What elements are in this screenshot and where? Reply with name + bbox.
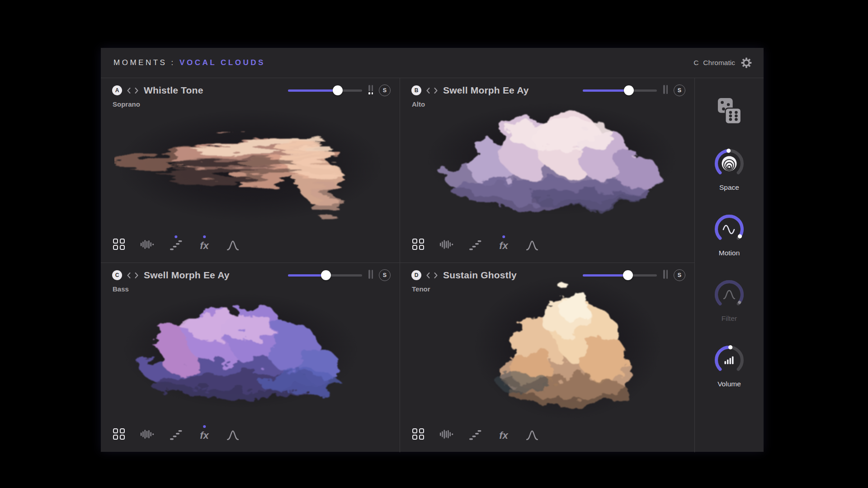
steps-icon[interactable]	[468, 426, 482, 441]
brand-name: MOMENTS :	[113, 58, 175, 67]
solo-button[interactable]: S	[379, 84, 391, 96]
level-slider[interactable]	[288, 274, 362, 277]
prev-preset-button[interactable]	[426, 272, 430, 279]
stereo-meter-icon	[663, 85, 668, 96]
knob-label: Volume	[717, 380, 741, 388]
motion-knob[interactable]: Motion	[713, 213, 745, 257]
prev-preset-button[interactable]	[426, 87, 430, 94]
steps-icon[interactable]	[169, 236, 183, 251]
key-value: C	[693, 59, 698, 67]
level-slider[interactable]	[583, 89, 657, 92]
slot-letter-badge[interactable]: C	[112, 270, 122, 280]
header-bar: MOMENTS : VOCAL CLOUDS C Chromatic	[101, 48, 764, 78]
active-dot	[203, 425, 206, 428]
app-title: MOMENTS : VOCAL CLOUDS	[113, 58, 265, 67]
slot-a: A Whistle Tone S	[101, 78, 400, 263]
voice-label: Bass	[113, 285, 400, 293]
solo-button[interactable]: S	[674, 269, 685, 281]
solo-button[interactable]: S	[379, 269, 391, 281]
fx-icon[interactable]: fx	[497, 236, 510, 251]
voice-label: Tenor	[412, 285, 694, 293]
gear-icon[interactable]	[741, 57, 752, 68]
next-preset-button[interactable]	[434, 87, 438, 94]
fx-icon[interactable]: fx	[198, 426, 211, 441]
ripple-icon	[722, 156, 737, 171]
steps-icon[interactable]	[468, 236, 482, 251]
prev-preset-button[interactable]	[127, 87, 131, 94]
voice-label: Soprano	[113, 100, 400, 108]
preset-name: Sustain Ghostly	[443, 270, 517, 281]
space-knob[interactable]: Space	[713, 147, 745, 192]
preset-name: Swell Morph Ee Ay	[144, 270, 230, 281]
fx-icon[interactable]: fx	[497, 426, 510, 441]
sine-icon	[723, 225, 734, 234]
key-scale-selector[interactable]: C Chromatic	[693, 59, 735, 67]
envelope-icon[interactable]	[525, 236, 539, 251]
stereo-meter-icon	[368, 270, 373, 281]
fx-icon[interactable]: fx	[198, 236, 211, 251]
slot-letter-badge[interactable]: D	[411, 270, 421, 280]
waveform-icon[interactable]	[440, 236, 453, 251]
knob-label: Space	[719, 183, 739, 192]
layers-grid-icon[interactable]	[112, 236, 126, 251]
cloud-image-b	[425, 100, 678, 218]
next-preset-button[interactable]	[434, 272, 438, 279]
dice-icon[interactable]	[717, 97, 741, 126]
active-dot	[502, 235, 505, 238]
next-preset-button[interactable]	[134, 87, 139, 94]
layers-grid-icon[interactable]	[112, 426, 126, 441]
layers-grid-icon[interactable]	[411, 426, 425, 441]
envelope-icon[interactable]	[226, 426, 240, 441]
preset-name: Whistle Tone	[144, 85, 203, 96]
scale-value: Chromatic	[703, 59, 735, 67]
waveform-icon[interactable]	[141, 426, 154, 441]
knob-label: Filter	[722, 314, 737, 323]
volume-knob[interactable]: Volume	[713, 344, 745, 388]
filter-knob[interactable]: Filter	[713, 278, 745, 323]
product-name: VOCAL CLOUDS	[179, 58, 265, 67]
waveform-icon[interactable]	[141, 236, 154, 251]
next-preset-button[interactable]	[134, 272, 139, 279]
voice-label: Alto	[412, 100, 694, 108]
level-slider[interactable]	[583, 274, 657, 277]
cloud-image-a	[114, 106, 386, 225]
preset-name: Swell Morph Ee Ay	[443, 85, 529, 96]
stereo-meter-icon	[368, 85, 373, 96]
bell-curve-icon	[724, 291, 735, 299]
slot-letter-badge[interactable]: A	[112, 85, 122, 95]
active-dot	[175, 235, 177, 238]
active-dot	[203, 235, 206, 238]
cloud-image-c	[121, 290, 361, 411]
layers-grid-icon[interactable]	[411, 236, 425, 251]
knob-label: Motion	[719, 249, 740, 257]
waveform-icon[interactable]	[440, 426, 453, 441]
level-bars-icon	[725, 357, 734, 365]
slot-d: D Sustain Ghostly S	[400, 263, 694, 452]
slot-letter-badge[interactable]: B	[411, 85, 421, 95]
slot-c: C Swell Morph Ee Ay S	[101, 263, 400, 452]
prev-preset-button[interactable]	[127, 272, 131, 279]
stereo-meter-icon	[663, 270, 668, 281]
envelope-icon[interactable]	[525, 426, 539, 441]
solo-button[interactable]: S	[674, 84, 685, 96]
envelope-icon[interactable]	[226, 236, 240, 251]
slot-b: B Swell Morph Ee Ay S	[400, 78, 694, 263]
master-sidebar: Space Motion	[694, 78, 764, 452]
cloud-image-d	[472, 273, 662, 422]
steps-icon[interactable]	[169, 426, 183, 441]
level-slider[interactable]	[288, 89, 362, 92]
plugin-window: MOMENTS : VOCAL CLOUDS C Chromatic	[101, 48, 764, 452]
